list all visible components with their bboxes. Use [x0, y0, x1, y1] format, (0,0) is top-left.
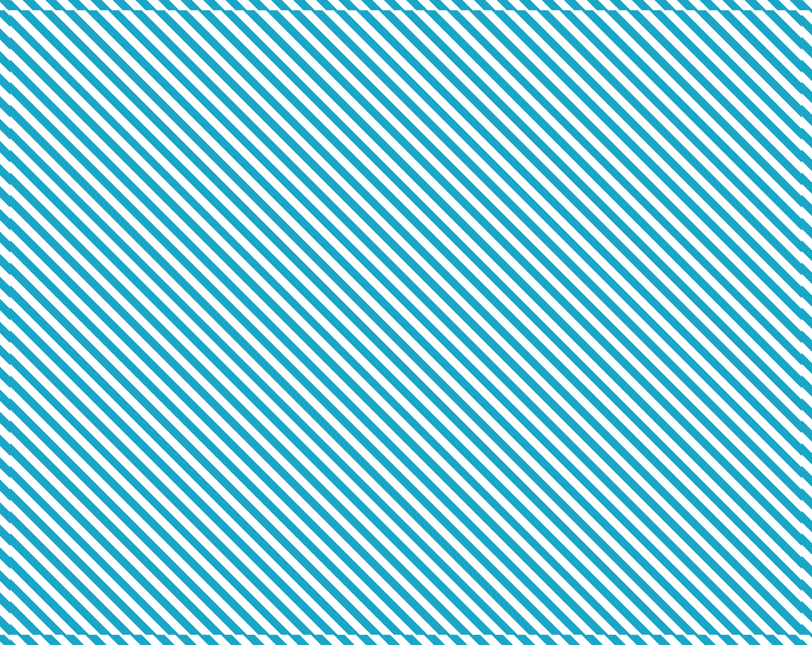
right-item-1: roots	[686, 119, 785, 164]
seq-number-1[interactable]	[70, 565, 107, 602]
seq-number-3[interactable]	[324, 565, 361, 602]
match-item-6: Add Text	[27, 247, 143, 271]
right-image-1[interactable]: roots	[702, 119, 785, 164]
svg-line-7	[749, 152, 758, 154]
match-dot-4[interactable]	[133, 203, 143, 213]
right-image-4[interactable]	[702, 259, 785, 304]
plant-stage-4-svg	[424, 441, 515, 561]
match-dot-3[interactable]	[133, 177, 143, 187]
logo-text: StoryboardThat	[725, 618, 785, 627]
svg-point-14	[773, 176, 777, 181]
sequence-area	[27, 439, 785, 610]
footer-logo: SB StoryboardThat	[707, 614, 785, 630]
seq-card-1	[27, 439, 150, 610]
match-label-leaves[interactable]: leaves	[27, 145, 127, 168]
match-dot-1[interactable]	[133, 126, 143, 136]
svg-line-9	[755, 137, 764, 140]
svg-point-31	[746, 328, 754, 336]
bud-stem-image	[709, 263, 778, 300]
svg-point-24	[737, 263, 749, 279]
right-item-3	[686, 213, 785, 257]
seq-card-5	[535, 439, 658, 610]
match-item-3: Add Text	[27, 170, 143, 194]
svg-line-40	[63, 549, 71, 555]
right-image-3[interactable]	[702, 213, 785, 257]
right-item-5	[686, 306, 785, 350]
section1-heading: I. Directions	[27, 96, 785, 111]
match-label-5[interactable]: Add Text	[27, 222, 127, 245]
match-dot-2[interactable]	[133, 152, 143, 162]
plant-stage-3-svg	[297, 444, 388, 558]
svg-point-61	[317, 459, 362, 497]
svg-line-43	[97, 551, 103, 558]
svg-point-32	[734, 330, 742, 338]
seq-number-2[interactable]	[197, 565, 234, 602]
seq-number-6[interactable]	[705, 565, 742, 602]
svg-point-23	[737, 281, 759, 296]
footer: www.storyboardthat.com SB StoryboardThat	[27, 614, 785, 630]
seq-number-4[interactable]	[451, 565, 488, 602]
date-line	[671, 32, 785, 33]
right-dot-5[interactable]	[686, 323, 696, 333]
right-dot-3[interactable]	[686, 230, 696, 240]
match-item-4: Add Text	[27, 196, 143, 219]
svg-point-21	[742, 226, 751, 235]
match-item-5: Add Text	[27, 222, 143, 245]
svg-line-6	[729, 152, 738, 154]
seq-card-2	[154, 439, 277, 610]
match-label-flowers[interactable]: flowers	[27, 119, 127, 142]
svg-line-25	[761, 279, 772, 280]
seq-plant-6	[664, 441, 783, 561]
match-item-2: leaves	[27, 145, 143, 168]
match-dot-5[interactable]	[133, 228, 143, 239]
svg-line-41	[105, 549, 114, 555]
svg-line-62	[337, 549, 348, 558]
right-image-2[interactable]	[702, 166, 785, 210]
title-box[interactable]: Add Title Here	[207, 42, 606, 85]
right-image-5[interactable]	[702, 306, 785, 350]
right-item-6	[686, 353, 785, 397]
plant-stage-6-svg	[678, 441, 769, 561]
match-label-3[interactable]: Add Text	[27, 170, 127, 194]
roots-image: roots	[709, 123, 778, 160]
plant-stage-2-svg	[170, 441, 261, 561]
seq-plant-4	[410, 441, 529, 561]
right-dot-1[interactable]	[686, 136, 696, 146]
svg-line-64	[348, 549, 360, 558]
match-label-4[interactable]: Add Text	[27, 196, 127, 219]
name-field: Name:	[27, 22, 345, 36]
right-dot-2[interactable]	[686, 183, 696, 193]
right-image-6[interactable]	[702, 353, 785, 397]
seq-plant-1	[29, 441, 148, 561]
svg-point-68	[442, 473, 471, 491]
right-dot-6[interactable]	[686, 370, 696, 380]
seq-card-4	[408, 439, 531, 610]
svg-point-47	[187, 475, 217, 494]
seed-leaf-image	[709, 357, 778, 394]
match-dot-6[interactable]	[133, 254, 143, 264]
match-label-6[interactable]: Add Text	[27, 247, 127, 271]
section2-heading: II. Directions	[27, 417, 785, 431]
right-item-4	[686, 259, 785, 304]
page-content: Name: Date: Add Title Here I. Directions…	[10, 10, 802, 635]
seq-number-5[interactable]	[578, 565, 615, 602]
stem-leaf-image	[709, 170, 778, 207]
right-column: roots	[686, 119, 785, 399]
right-dot-4[interactable]	[686, 276, 696, 287]
name-label: Name:	[27, 22, 66, 36]
left-column: flowers leaves Add Text Add Text Add Tex…	[27, 119, 143, 273]
plant-stage-5-svg	[551, 444, 642, 558]
svg-line-87	[701, 553, 709, 558]
seq-plant-5	[537, 441, 656, 561]
seq-card-6	[662, 439, 785, 610]
svg-line-88	[738, 553, 746, 558]
svg-point-81	[575, 473, 618, 528]
date-field: Date:	[634, 22, 785, 36]
header-row: Name: Date:	[27, 22, 785, 36]
svg-line-39	[85, 541, 105, 549]
match-item-1: flowers	[27, 119, 143, 142]
holly-image	[709, 310, 778, 347]
right-item-2	[686, 166, 785, 210]
svg-point-66	[439, 500, 472, 524]
title-text: Add Title Here	[329, 51, 483, 75]
